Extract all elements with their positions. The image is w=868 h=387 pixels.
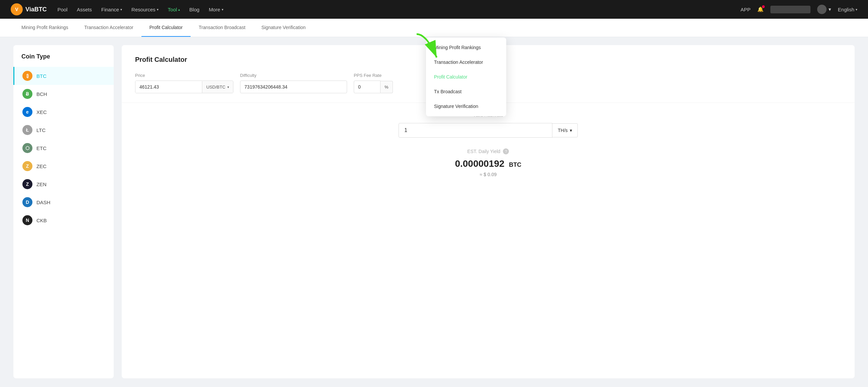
coin-item-ltc[interactable]: Ł LTC — [13, 121, 114, 139]
more-chevron-icon: ▾ — [222, 8, 223, 11]
coin-item-etc[interactable]: ⬡ ETC — [13, 139, 114, 157]
hashrate-unit-chevron-icon: ▾ — [570, 128, 572, 133]
tab-mining-profit[interactable]: Mining Profit Rankings — [13, 19, 76, 37]
tabs-bar: Mining Profit Rankings Transaction Accel… — [0, 19, 868, 37]
yield-coin: BTC — [509, 161, 521, 168]
navbar: V ViaBTC Pool Assets Finance ▾ Resources… — [0, 0, 868, 19]
xec-icon: e — [22, 107, 32, 117]
price-group: Price USD/BTC ▾ — [135, 73, 234, 93]
yield-amount: 0.00000192 — [455, 158, 504, 169]
yield-usd: ≈ $ 0.09 — [480, 172, 497, 177]
hashrate-section: Valid Hashrate TH/s ▾ EST. Daily Yield ?… — [135, 112, 841, 177]
pps-input-wrapper: % — [354, 80, 393, 93]
zec-icon: Z — [22, 161, 32, 171]
coin-panel-title: Coin Type — [13, 53, 114, 67]
lang-chevron-icon: ▾ — [856, 8, 857, 11]
price-input[interactable] — [135, 81, 202, 93]
yield-value: 0.00000192 BTC — [455, 158, 522, 169]
dropdown-profit-calc[interactable]: Profit Calculator — [426, 69, 506, 84]
yield-help-icon[interactable]: ? — [503, 149, 509, 154]
coin-item-zen[interactable]: Z ZEN — [13, 175, 114, 193]
pps-group: PPS Fee Rate % — [354, 73, 393, 93]
tool-chevron-icon: ▴ — [178, 8, 180, 11]
difficulty-group: Difficulty — [240, 73, 347, 93]
tab-profit-calc[interactable]: Profit Calculator — [142, 19, 191, 37]
nav-right: APP 🔔 ▾ English ▾ — [741, 5, 857, 14]
tab-tx-accelerator[interactable]: Transaction Accelerator — [76, 19, 142, 37]
coin-label-zec: ZEC — [36, 163, 46, 169]
coin-panel: Coin Type ₿ BTC Ƀ BCH e XEC Ł LTC ⬡ ETC — [13, 45, 114, 378]
ltc-icon: Ł — [22, 125, 32, 135]
language-selector[interactable]: English ▾ — [838, 7, 857, 12]
ckb-icon: N — [22, 215, 32, 225]
hashrate-unit-label: TH/s — [558, 128, 568, 133]
user-chevron-icon: ▾ — [829, 6, 831, 12]
user-menu[interactable]: ▾ — [817, 5, 831, 14]
brand-name: ViaBTC — [25, 6, 47, 13]
hashrate-input[interactable] — [399, 123, 552, 138]
coin-item-zec[interactable]: Z ZEC — [13, 157, 114, 175]
price-unit-selector[interactable]: USD/BTC ▾ — [202, 81, 233, 93]
nav-finance[interactable]: Finance ▾ — [101, 7, 122, 12]
coin-item-xec[interactable]: e XEC — [13, 103, 114, 121]
nav-tool[interactable]: Tool ▴ — [168, 7, 180, 12]
dropdown-tx-broadcast[interactable]: Tx Broadcast — [426, 84, 506, 99]
nav-resources[interactable]: Resources ▾ — [131, 7, 158, 12]
price-input-wrapper: USD/BTC ▾ — [135, 80, 234, 93]
nav-assets[interactable]: Assets — [77, 7, 92, 12]
coin-item-bch[interactable]: Ƀ BCH — [13, 85, 114, 103]
nav-blog[interactable]: Blog — [189, 7, 199, 12]
logo-icon: V — [11, 3, 23, 15]
tab-tx-broadcast[interactable]: Transaction Broadcast — [191, 19, 253, 37]
pps-label: PPS Fee Rate — [354, 73, 393, 78]
yield-label-row: EST. Daily Yield ? — [467, 149, 509, 154]
hashrate-input-row: TH/s ▾ — [399, 123, 578, 138]
yield-label: EST. Daily Yield — [467, 149, 500, 154]
price-unit-chevron-icon: ▾ — [227, 85, 229, 89]
hashrate-unit-selector[interactable]: TH/s ▾ — [552, 123, 578, 137]
dash-icon: D — [22, 197, 32, 207]
coin-label-zen: ZEN — [36, 182, 46, 187]
coin-label-bch: BCH — [36, 91, 47, 97]
dropdown-tx-accelerator[interactable]: Transaction Accelerator — [426, 55, 506, 69]
pps-input[interactable] — [354, 80, 380, 93]
dropdown-mining-profit[interactable]: Mining Profit Rankings — [426, 40, 506, 55]
difficulty-input[interactable] — [240, 80, 347, 93]
etc-icon: ⬡ — [22, 143, 32, 153]
coin-item-ckb[interactable]: N CKB — [13, 211, 114, 229]
coin-label-etc: ETC — [36, 146, 46, 151]
nav-links: Pool Assets Finance ▾ Resources ▾ Tool ▴… — [58, 7, 730, 12]
bch-icon: Ƀ — [22, 89, 32, 99]
nav-search-input[interactable] — [770, 6, 810, 13]
avatar — [817, 5, 827, 14]
coin-label-xec: XEC — [36, 109, 47, 115]
coin-label-ltc: LTC — [36, 127, 45, 133]
finance-chevron-icon: ▾ — [120, 8, 122, 11]
pps-percent-suffix: % — [380, 81, 393, 93]
coin-label-btc: BTC — [36, 73, 46, 79]
price-unit-label: USD/BTC — [206, 85, 225, 90]
coin-label-ckb: CKB — [36, 218, 47, 223]
dropdown-sig-verify[interactable]: Signature Verification — [426, 99, 506, 114]
resources-chevron-icon: ▾ — [157, 8, 158, 11]
coin-label-dash: DASH — [36, 199, 51, 205]
coin-list: ₿ BTC Ƀ BCH e XEC Ł LTC ⬡ ETC Z ZEC — [13, 67, 114, 229]
price-label: Price — [135, 73, 234, 78]
tab-sig-verify[interactable]: Signature Verification — [253, 19, 314, 37]
notification-dot — [762, 5, 765, 8]
notification-bell[interactable]: 🔔 — [757, 6, 764, 12]
tool-dropdown: Mining Profit Rankings Transaction Accel… — [426, 37, 506, 116]
coin-item-dash[interactable]: D DASH — [13, 193, 114, 211]
logo[interactable]: V ViaBTC — [11, 3, 47, 15]
coin-item-btc[interactable]: ₿ BTC — [13, 67, 114, 85]
nav-pool[interactable]: Pool — [58, 7, 67, 12]
btc-icon: ₿ — [22, 71, 32, 81]
difficulty-label: Difficulty — [240, 73, 347, 78]
zen-icon: Z — [22, 179, 32, 189]
nav-more[interactable]: More ▾ — [209, 7, 223, 12]
nav-app[interactable]: APP — [741, 7, 751, 12]
